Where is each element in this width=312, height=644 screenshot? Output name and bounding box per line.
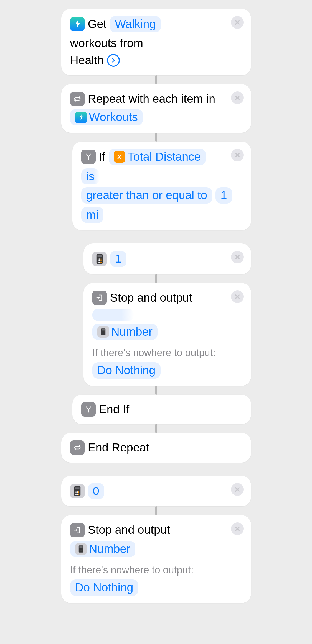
close-icon[interactable] <box>231 251 244 263</box>
close-icon[interactable] <box>231 149 244 161</box>
svg-point-22 <box>77 491 78 492</box>
close-icon[interactable] <box>231 290 244 303</box>
svg-point-16 <box>102 333 102 333</box>
close-icon[interactable] <box>231 91 244 104</box>
branch-icon <box>81 150 96 164</box>
svg-point-7 <box>100 260 102 261</box>
text: End Repeat <box>88 440 149 455</box>
svg-point-24 <box>75 492 77 493</box>
action-stop-output-1[interactable]: Stop and output Number If there's nowher… <box>83 283 251 386</box>
svg-point-35 <box>79 550 80 551</box>
close-icon[interactable] <box>231 16 244 29</box>
param-no-output-behavior[interactable]: Do Nothing <box>70 579 138 596</box>
svg-rect-12 <box>102 329 105 331</box>
param-number-value[interactable]: 0 <box>88 483 104 499</box>
svg-point-23 <box>78 491 79 492</box>
health-icon <box>75 112 87 123</box>
text: Stop and output <box>88 522 170 538</box>
param-no-output-behavior[interactable]: Do Nothing <box>92 362 161 379</box>
svg-point-15 <box>104 331 105 332</box>
subheading: If there's nowhere to output: <box>70 564 242 577</box>
param-unit[interactable]: mi <box>81 207 103 223</box>
svg-point-17 <box>103 333 103 333</box>
param-output[interactable]: Number <box>92 324 158 340</box>
param-repeat-input[interactable]: Workouts <box>70 109 143 125</box>
svg-point-25 <box>77 492 78 493</box>
svg-point-6 <box>99 260 100 261</box>
svg-point-36 <box>80 550 81 551</box>
text: Get <box>88 17 107 32</box>
param-if-input[interactable]: x Total Distance <box>109 149 206 165</box>
health-icon <box>70 17 85 31</box>
param-condition[interactable]: greater than or equal to <box>81 187 212 204</box>
param-condition-part[interactable]: is <box>81 168 100 185</box>
svg-point-37 <box>82 550 82 551</box>
text: Stop and output <box>110 290 192 306</box>
connector <box>155 133 157 142</box>
svg-point-14 <box>103 331 103 332</box>
action-end-if[interactable]: End If <box>72 395 251 424</box>
close-icon[interactable] <box>231 522 244 535</box>
calculator-icon <box>97 326 109 338</box>
action-number-0[interactable]: 0 <box>61 476 251 507</box>
variable-icon: x <box>114 151 125 163</box>
connector <box>155 424 157 433</box>
param-empty[interactable] <box>92 309 134 321</box>
svg-point-33 <box>80 549 81 550</box>
svg-point-5 <box>98 260 99 261</box>
action-end-repeat[interactable]: End Repeat <box>61 433 251 463</box>
branch-icon <box>81 402 96 417</box>
svg-point-10 <box>100 262 102 263</box>
text: Health <box>70 53 104 68</box>
connector-gap <box>155 463 157 476</box>
svg-point-27 <box>75 494 77 495</box>
svg-point-21 <box>75 491 77 492</box>
svg-point-8 <box>98 262 99 263</box>
svg-point-3 <box>99 258 100 260</box>
text: Repeat with each item in <box>88 91 215 107</box>
svg-rect-20 <box>75 487 79 489</box>
action-if[interactable]: If x Total Distance is greater than or e… <box>72 142 251 230</box>
connector <box>155 506 157 515</box>
subheading: If there's nowhere to output: <box>92 347 242 360</box>
svg-point-2 <box>98 258 99 260</box>
repeat-icon <box>70 92 85 106</box>
action-number-1[interactable]: 1 <box>83 243 251 274</box>
svg-point-9 <box>99 262 100 263</box>
svg-point-28 <box>77 494 78 495</box>
connector <box>155 386 157 395</box>
action-stop-output-2[interactable]: Stop and output Number If there's nowher… <box>61 515 251 603</box>
repeat-icon <box>70 440 85 455</box>
calculator-icon <box>70 484 85 498</box>
svg-point-29 <box>78 494 79 495</box>
text: If <box>99 149 105 165</box>
svg-rect-31 <box>79 546 82 548</box>
param-workout-type[interactable]: Walking <box>110 16 161 32</box>
param-number[interactable]: 1 <box>215 187 232 204</box>
text: End If <box>99 402 130 417</box>
svg-point-26 <box>78 492 79 493</box>
connector <box>155 75 157 84</box>
param-output[interactable]: Number <box>70 541 135 557</box>
exit-icon <box>92 291 107 305</box>
connector <box>155 274 157 283</box>
svg-point-13 <box>102 331 102 332</box>
svg-rect-1 <box>97 255 102 257</box>
svg-point-34 <box>82 549 82 550</box>
svg-point-4 <box>100 258 102 260</box>
svg-point-32 <box>79 549 80 550</box>
action-get-workouts[interactable]: Get Walking workouts from Health <box>61 9 251 75</box>
calculator-icon <box>75 543 87 555</box>
exit-icon <box>70 523 85 537</box>
calculator-icon <box>92 252 107 266</box>
connector-gap <box>155 230 157 243</box>
close-icon[interactable] <box>231 483 244 496</box>
text: workouts from <box>70 36 143 51</box>
svg-point-18 <box>104 333 105 333</box>
param-number-value[interactable]: 1 <box>110 251 126 267</box>
chevron-right-icon[interactable] <box>107 54 120 67</box>
action-repeat-each[interactable]: Repeat with each item in Workouts <box>61 84 251 133</box>
